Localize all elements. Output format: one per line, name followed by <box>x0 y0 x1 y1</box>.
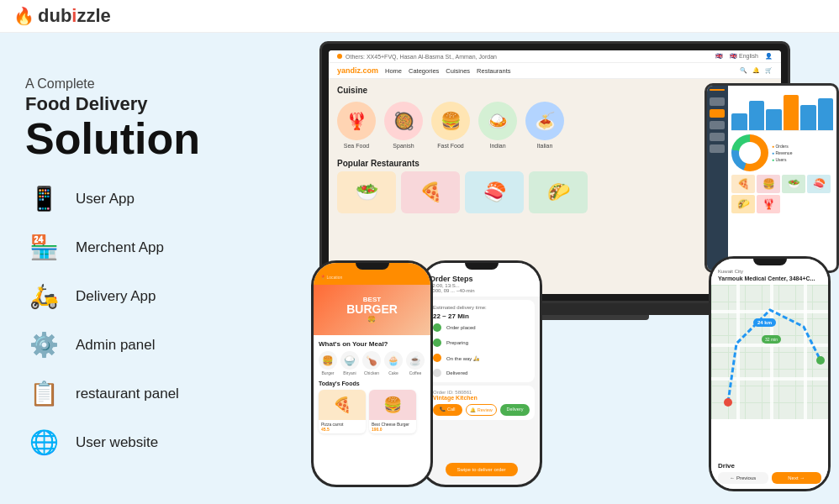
cuisine-circle: 🥘 <box>384 102 423 140</box>
gear-icon: ⚙️ <box>25 327 62 364</box>
admin-donut-area: ● Orders ● Revenue ● Users <box>731 134 833 171</box>
feature-label-merchant-app: Merchent App <box>76 239 164 256</box>
phone2-call-btn[interactable]: 📞 Call <box>433 404 462 416</box>
phone3-next-btn[interactable]: Next → <box>772 472 822 484</box>
brand-logo: dubizzle <box>38 5 111 27</box>
phone1-food-img-1: 🍕 <box>319 390 366 420</box>
nav-home[interactable]: Home <box>385 67 402 75</box>
cuisine-item-fast-food[interactable]: 🍔 Fast Food <box>431 102 470 149</box>
cuisine-name: Fast Food <box>437 143 464 149</box>
phone1-cat-burger[interactable]: 🍔Burger <box>319 351 337 375</box>
admin-nav-item-4[interactable] <box>710 133 725 141</box>
popular-card-1[interactable]: 🍕 <box>401 171 460 213</box>
popular-card-0[interactable]: 🥗 <box>337 171 396 213</box>
admin-nav-item-5[interactable] <box>710 144 725 153</box>
phone1-cat-coffee[interactable]: ☕Coffee <box>406 351 425 375</box>
admin-tablet-screen: ● Orders ● Revenue ● Users 🍕 🍔 🥗 🍣 🌮 <box>707 86 836 270</box>
phone1-categories: 🍔Burger 🍚Biryani 🍗Chicken 🧁Cake ☕Coffee <box>319 351 425 375</box>
admin-thumbnail-grid: 🍕 🍔 🥗 🍣 🌮 🦞 <box>731 175 833 213</box>
admin-donut-hole <box>739 142 761 164</box>
left-panel: A Complete Food Delivery Solution 📱 User… <box>0 33 303 504</box>
tagline-large: Solution <box>25 117 277 160</box>
web-nav: yandiz.com Home Categories Cuisines Rest… <box>329 63 781 79</box>
svg-point-1 <box>816 356 825 365</box>
right-panel: Others: XX45+FVQ, Hasan Al-Basma St., Am… <box>303 33 839 504</box>
map-time-badge: 32 min <box>762 335 781 344</box>
admin-nav-item-1[interactable] <box>710 97 725 106</box>
phone1-content: What's on Your Meal? 🍔Burger 🍚Biryani 🍗C… <box>314 335 430 438</box>
admin-nav-item-3[interactable] <box>710 121 725 129</box>
globe-icon: 🌐 <box>25 424 62 461</box>
feature-item-merchant-app: 🏪 Merchent App <box>25 229 277 266</box>
phone2-swipe-bar[interactable]: Swipe to deliver order <box>445 463 517 476</box>
bar-3 <box>766 109 782 130</box>
cuisine-item-spanish[interactable]: 🥘 Spanish <box>384 102 423 149</box>
phone1-food-card-2[interactable]: 🍔 Best Cheese Burger 190.0 <box>369 390 416 433</box>
search-icon[interactable]: 🔍 <box>740 67 747 74</box>
phone-user-app: 📍 Location BEST BURGER 🍔 What's on Your … <box>311 260 433 487</box>
phone2-notch <box>465 263 499 270</box>
step-dot-3 <box>433 354 441 362</box>
bar-5 <box>800 105 816 130</box>
cuisine-item-indian[interactable]: 🍛 Indian <box>478 102 517 149</box>
scooter-icon: 🛵 <box>25 278 62 315</box>
admin-nav-item-2[interactable] <box>710 109 725 118</box>
popular-card-bg: 🥗 <box>337 171 396 213</box>
logo-area: 🔥 dubizzle <box>13 5 111 27</box>
phone1-food-img-2: 🍔 <box>369 390 416 420</box>
phone-delivery-tracking: Order Steps 12:00, 13:S... 2000, 09 ... … <box>420 260 542 487</box>
phone1-food-price-1: 45.5 <box>321 427 363 432</box>
bar-2 <box>749 101 765 130</box>
thumb-1: 🍕 <box>731 175 755 193</box>
map-distance-badge: 24 km <box>753 318 776 327</box>
phone1-cat-chicken[interactable]: 🍗Chicken <box>362 351 381 375</box>
nav-restaurants[interactable]: Restaurants <box>477 67 510 75</box>
cuisine-item-italian[interactable]: 🍝 Italian <box>525 102 564 149</box>
phone1-cat-cake[interactable]: 🧁Cake <box>384 351 403 375</box>
main-content: A Complete Food Delivery Solution 📱 User… <box>0 33 839 504</box>
map-route-svg <box>711 285 828 419</box>
popular-card-3[interactable]: 🌮 <box>529 171 588 213</box>
location-dot-icon <box>337 54 342 59</box>
step-delivered: Delivered <box>433 369 530 377</box>
admin-legend: ● Orders ● Revenue ● Users <box>772 143 792 163</box>
phone-map: Kuwait City Yarmouk Medical Center, 3484… <box>709 256 831 491</box>
cuisine-item-sea-food[interactable]: 🦞 Sea Food <box>337 102 376 149</box>
admin-tablet-mockup: ● Orders ● Revenue ● Users 🍕 🍔 🥗 🍣 🌮 <box>704 83 839 273</box>
cuisine-name: Spanish <box>393 143 414 149</box>
thumb-5: 🌮 <box>731 195 755 213</box>
nav-categories[interactable]: Categories <box>409 67 439 75</box>
phone1-screen: 📍 Location BEST BURGER 🍔 What's on Your … <box>314 263 430 485</box>
phone3-city: Kuwait City <box>718 269 821 274</box>
feature-item-restaurant-panel: 📋 restaurant panel <box>25 375 277 412</box>
bell-icon[interactable]: 🔔 <box>752 67 760 74</box>
website-logo: yandiz.com <box>337 66 378 75</box>
tagline-medium: Food Delivery <box>25 93 277 115</box>
tracking-steps: Order placed Preparing On the way 🛵 <box>433 323 530 377</box>
phone1-time: 📍 Location <box>320 275 424 280</box>
phone1-food-card-1[interactable]: 🍕 Pizza carrot 45.5 <box>319 390 366 433</box>
cuisine-circle: 🦞 <box>337 102 376 140</box>
bar-1 <box>731 113 747 130</box>
location-text: Others: XX45+FVQ, Hasan Al-Basma St., Am… <box>346 54 497 60</box>
phone1-today-title: Today's Foods <box>319 381 425 386</box>
feature-item-delivery-app: 🛵 Delivery App <box>25 278 277 315</box>
phone2-restaurant: Vintage Kitchen <box>433 395 530 401</box>
phone1-whats-on: What's on Your Meal? <box>319 340 425 348</box>
popular-card-2[interactable]: 🍣 <box>465 171 524 213</box>
phone1-cat-biryani[interactable]: 🍚Biryani <box>340 351 359 375</box>
cart-icon[interactable]: 🛒 <box>765 67 773 74</box>
cuisine-name: Indian <box>489 143 505 149</box>
phone3-notch <box>753 259 787 265</box>
phone3-prev-btn[interactable]: ← Previous <box>718 472 768 484</box>
admin-content-area: ● Orders ● Revenue ● Users 🍕 🍔 🥗 🍣 🌮 <box>728 86 836 270</box>
phone2-title: Order Steps <box>430 275 533 283</box>
step-on-way: On the way 🛵 <box>433 354 530 362</box>
nav-cuisines[interactable]: Cuisines <box>446 67 470 75</box>
flame-icon: 🔥 <box>13 6 34 26</box>
store-icon: 🏪 <box>25 229 62 266</box>
feature-item-user-website: 🌐 User website <box>25 424 277 461</box>
phone2-review-btn[interactable]: 🔔 Review <box>466 404 497 416</box>
admin-logo-bar <box>710 89 725 91</box>
phone2-delivery-btn[interactable]: Delivery <box>500 404 530 416</box>
